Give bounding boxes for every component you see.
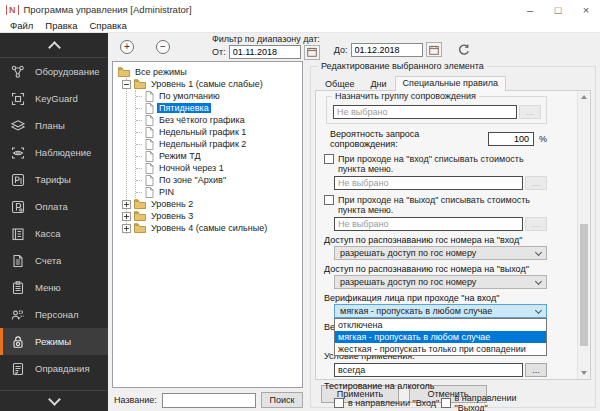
tree-item-label: Все режимы <box>133 67 189 77</box>
folder-icon <box>134 79 146 89</box>
dropdown-option[interactable]: жесткая - пропускать только при совпаден… <box>335 343 546 355</box>
name-search-input[interactable] <box>162 393 256 408</box>
invoice-icon <box>10 253 26 269</box>
menu-file[interactable]: Файл <box>4 20 39 31</box>
scrollbar-track[interactable] <box>578 103 590 367</box>
exit-menu-charge-checkbox[interactable] <box>324 195 334 205</box>
apply-condition-field[interactable]: всегда <box>334 363 523 377</box>
page-icon <box>145 139 154 150</box>
sidebar-item-menu[interactable]: Меню <box>0 274 108 301</box>
tab-general[interactable]: Общее <box>317 77 362 91</box>
scroll-up-button[interactable] <box>578 91 590 103</box>
expand-icon[interactable] <box>122 224 131 233</box>
calendar-icon[interactable] <box>426 42 442 57</box>
tree-item[interactable]: Ночной через 1 <box>136 162 300 174</box>
sidebar-item-staff[interactable]: Персонал <box>0 301 108 328</box>
escort-group-box: Назначить группу сопровождения Не выбран… <box>326 96 547 124</box>
alcohol-entry-checkbox[interactable] <box>334 398 344 408</box>
tab-special-rules[interactable]: Специальные правила <box>395 76 506 91</box>
sidebar-item-keyguard[interactable]: KeyGuard <box>0 85 108 112</box>
tree-item[interactable]: Режим ТД <box>136 150 300 162</box>
page-icon <box>145 103 154 114</box>
face-entry-combobox[interactable]: мягкая - пропускать в любом случае <box>334 304 547 318</box>
exit-menu-charge-browse-button[interactable]: ... <box>525 217 547 231</box>
toolbar: + − Фильтр по диапазону дат: От: До: <box>108 33 600 60</box>
zoom-in-button[interactable]: + <box>120 40 134 54</box>
expand-icon[interactable] <box>122 200 131 209</box>
tree-level2[interactable]: Уровень 2 <box>127 198 300 210</box>
sidebar-scroll-down-button[interactable] <box>0 390 108 411</box>
form-scrollbar[interactable] <box>577 91 590 379</box>
close-button[interactable]: × <box>572 0 600 19</box>
dropdown-option[interactable]: отключена <box>335 319 546 331</box>
sidebar-item-tariffs[interactable]: Тарифы <box>0 166 108 193</box>
chevron-up-icon <box>48 41 61 54</box>
alcohol-exit-checkbox[interactable] <box>441 398 451 408</box>
plate-exit-combobox[interactable]: разрешать доступ по гос номеру <box>334 275 547 289</box>
sidebar-item-excuses[interactable]: Оправдания <box>0 355 108 382</box>
tree-level4[interactable]: Уровень 4 (самые сильные) <box>127 222 300 234</box>
apply-condition-browse-button[interactable]: ... <box>525 363 547 377</box>
calendar-icon[interactable] <box>304 45 320 60</box>
collapse-icon[interactable] <box>122 80 131 89</box>
exit-menu-charge-field[interactable]: Не выбрано <box>334 217 523 231</box>
date-from-input[interactable] <box>229 45 301 59</box>
sidebar-item-cashdesk[interactable]: Касса <box>0 220 108 247</box>
sidebar-item-accounts[interactable]: Счета <box>0 247 108 274</box>
entry-menu-charge-field[interactable]: Не выбрано <box>334 176 523 190</box>
menubar: Файл Правка Справка <box>0 19 600 33</box>
scroll-down-button[interactable] <box>578 367 590 379</box>
tree-item-label: Пятидневка <box>157 103 211 113</box>
dropdown-option-highlighted[interactable]: мягкая - пропускать в любом случае <box>335 331 546 343</box>
tree-item[interactable]: Без чёткого графика <box>136 114 300 126</box>
people-icon <box>10 307 26 323</box>
refresh-button[interactable] <box>457 43 471 57</box>
escort-group-browse-button[interactable]: ... <box>519 105 541 119</box>
date-to-input[interactable] <box>351 43 423 57</box>
plate-entry-combobox[interactable]: разрешать доступ по гос номеру <box>334 246 547 260</box>
tree-level3[interactable]: Уровень 3 <box>127 210 300 222</box>
sidebar-item-label: Персонал <box>35 309 79 320</box>
tree-item-label: Недельный график 1 <box>157 127 248 137</box>
entry-menu-charge-checkbox[interactable] <box>324 154 334 164</box>
entry-menu-charge-label: При проходе на "вход" списывать стоимост… <box>338 154 547 174</box>
zoom-out-button[interactable]: − <box>156 40 170 54</box>
menu-edit[interactable]: Правка <box>39 20 83 31</box>
menu-help[interactable]: Справка <box>83 20 132 31</box>
search-button[interactable]: Поиск <box>261 392 303 408</box>
maximize-button[interactable]: □ <box>544 0 572 19</box>
sidebar-item-payment[interactable]: Оплата <box>0 193 108 220</box>
sidebar-item-label: Планы <box>35 120 65 131</box>
escort-group-field[interactable]: Не выбрано <box>333 105 517 119</box>
tree-item[interactable]: По умолчанию <box>136 90 300 102</box>
tree-item[interactable]: Недельный график 1 <box>136 126 300 138</box>
tree-item-label: По зоне "Архив" <box>157 175 228 185</box>
face-entry-label: Верификация лица при проходе "на вход" <box>324 293 547 303</box>
tree-item[interactable]: PIN <box>136 186 300 198</box>
sidebar-item-label: Меню <box>35 282 61 293</box>
sidebar-collapse-button[interactable] <box>0 33 108 58</box>
titlebar: N Программа управления [Administrator] –… <box>0 0 600 19</box>
tree-item[interactable]: Недельный график 2 <box>136 138 300 150</box>
sidebar-item-modes[interactable]: Режимы <box>0 328 108 355</box>
clipboard-icon <box>10 280 26 296</box>
page-icon <box>145 127 154 138</box>
tab-days[interactable]: Дни <box>362 77 394 91</box>
chevron-down-icon <box>535 306 542 313</box>
tree-level1[interactable]: Уровень 1 (самые слабые) <box>127 78 300 90</box>
tree-item-selected[interactable]: Пятидневка <box>136 102 300 114</box>
sidebar-item-plans[interactable]: Планы <box>0 112 108 139</box>
sidebar-item-surveillance[interactable]: Наблюдение <box>0 139 108 166</box>
editor-tabs: Общее Дни Специальные правила <box>315 76 591 91</box>
scrollbar-thumb[interactable] <box>580 224 588 345</box>
expand-icon[interactable] <box>122 212 131 221</box>
sidebar-item-equipment[interactable]: Оборудование <box>0 58 108 85</box>
entry-menu-charge-browse-button[interactable]: ... <box>525 176 547 190</box>
minimize-button[interactable]: – <box>516 0 544 19</box>
tree-root[interactable]: Все режимы <box>118 66 300 78</box>
tree-item[interactable]: По зоне "Архив" <box>136 174 300 186</box>
name-label: Название: <box>114 395 157 405</box>
equipment-icon <box>10 64 26 80</box>
tariff-icon <box>10 172 26 188</box>
escort-probability-input[interactable] <box>488 132 534 146</box>
